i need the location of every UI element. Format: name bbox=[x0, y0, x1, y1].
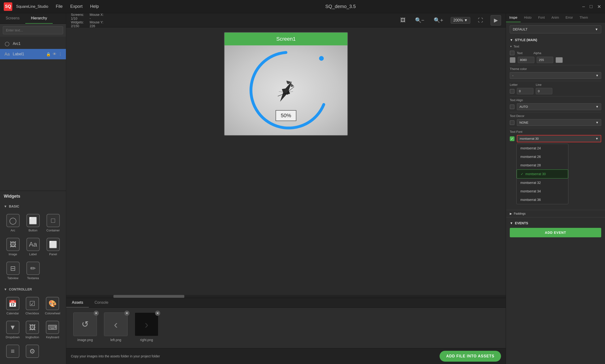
tab-screens[interactable]: Screens bbox=[0, 13, 25, 24]
widget-misc1[interactable]: ≡ bbox=[4, 343, 22, 361]
asset-close-right[interactable]: ✕ bbox=[155, 311, 160, 316]
theme-color-row: Theme color bbox=[510, 67, 601, 71]
tab-assets[interactable]: Assets bbox=[66, 298, 89, 308]
controller-group-header[interactable]: ▼ CONTROLLER bbox=[0, 286, 66, 293]
asset-close-left[interactable]: ✕ bbox=[124, 311, 129, 316]
tab-hierarchy[interactable]: Hierarchy bbox=[25, 13, 53, 24]
basic-triangle: ▼ bbox=[4, 205, 7, 208]
maximize-button[interactable]: □ bbox=[590, 4, 592, 10]
font-option-30-label: montserrat 30 bbox=[525, 172, 546, 176]
color-picker-swatch[interactable] bbox=[556, 57, 563, 63]
font-option-26[interactable]: montserrat 26 bbox=[517, 153, 568, 161]
font-option-24[interactable]: montserrat 24 bbox=[517, 144, 568, 153]
text-color-swatch[interactable] bbox=[510, 57, 515, 63]
style-dropdown[interactable]: DEFAULT ▼ bbox=[510, 25, 601, 33]
tab-font[interactable]: Font bbox=[535, 13, 548, 22]
more-icon[interactable]: ⋮ bbox=[58, 52, 62, 56]
screens-value: 1/10 bbox=[71, 16, 84, 20]
widget-imgbutton[interactable]: 🖼 Imgbutton bbox=[23, 319, 41, 341]
asset-item-left: ✕ ‹ left.png bbox=[104, 312, 128, 342]
widget-dropdown[interactable]: ▼ Dropdown bbox=[4, 319, 22, 341]
widget-tabview[interactable]: ⊟ Tabview bbox=[4, 260, 22, 282]
horizontal-scrollbar[interactable] bbox=[66, 295, 506, 298]
close-button[interactable]: ✕ bbox=[597, 4, 601, 10]
paddings-section[interactable]: ▶ Paddings bbox=[506, 210, 605, 217]
style-main-header[interactable]: ▼ STYLE (MAIN) bbox=[506, 36, 605, 44]
decor-dropdown[interactable]: NONE ▼ bbox=[517, 119, 601, 126]
menu-file[interactable]: File bbox=[56, 4, 63, 9]
tab-anim[interactable]: Anim bbox=[548, 13, 562, 22]
text-section-header[interactable]: ▼ Text bbox=[510, 44, 601, 49]
arc1-label: Arc1 bbox=[13, 42, 62, 46]
widget-arc[interactable]: ◯ Arc bbox=[4, 212, 22, 234]
screen-canvas[interactable]: 50% bbox=[224, 45, 348, 135]
zoom-in-button[interactable]: 🔍+ bbox=[432, 16, 445, 24]
font-option-28[interactable]: montserrat 28 bbox=[517, 161, 568, 169]
minimize-button[interactable]: – bbox=[582, 4, 585, 10]
widget-button[interactable]: ⬜ Button bbox=[24, 212, 42, 234]
menu-help[interactable]: Help bbox=[90, 4, 99, 9]
widget-image[interactable]: 🖼 Image bbox=[4, 236, 22, 258]
widget-textarea[interactable]: ✏ Textarea bbox=[24, 260, 42, 282]
font-option-32[interactable]: montserrat 32 bbox=[517, 179, 568, 187]
font-option-34[interactable]: montserrat 34 bbox=[517, 187, 568, 195]
add-file-button[interactable]: ADD FILE INTO ASSETS bbox=[439, 351, 501, 362]
fullscreen-button[interactable]: ⛶ bbox=[476, 16, 485, 24]
image-widget-label: Image bbox=[9, 252, 17, 256]
font-option-30[interactable]: ✓ montserrat 30 bbox=[517, 169, 568, 179]
zoom-out-button[interactable]: 🔍− bbox=[413, 16, 426, 24]
basic-group-header[interactable]: ▼ BASIC bbox=[0, 203, 66, 210]
widget-colorwheel[interactable]: 🎨 Colorwheel bbox=[43, 295, 62, 317]
search-input[interactable] bbox=[3, 26, 63, 34]
widget-panel[interactable]: ⬜ Panel bbox=[44, 236, 62, 258]
widget-keyboard[interactable]: ⌨ Keyboard bbox=[43, 319, 62, 341]
tab-history[interactable]: Histo bbox=[521, 13, 535, 22]
style-main-triangle: ▼ bbox=[510, 38, 513, 42]
widget-checkbox[interactable]: ☑ Checkbox bbox=[23, 295, 41, 317]
font-dropdown-button[interactable]: montserrat 30 ▼ bbox=[517, 135, 601, 142]
add-event-button[interactable]: ADD EVENT bbox=[510, 228, 601, 237]
align-dropdown[interactable]: AUTO ▼ bbox=[517, 103, 601, 110]
controller-label: CONTROLLER bbox=[9, 287, 32, 291]
tab-inspect[interactable]: Inspe bbox=[506, 13, 521, 22]
hierarchy-item-arc1[interactable]: ◯ Arc1 bbox=[0, 39, 66, 49]
text-checkbox[interactable] bbox=[510, 51, 515, 55]
font-value: montserrat 30 bbox=[520, 137, 539, 140]
eye-icon[interactable]: 👁 bbox=[53, 52, 56, 56]
text-font-label: Text Font bbox=[510, 130, 529, 133]
letter-line-values: 0 0 bbox=[510, 88, 601, 94]
text-value-input[interactable]: 8080 bbox=[518, 57, 534, 63]
tab-console[interactable]: Console bbox=[89, 298, 114, 308]
line-value-input[interactable]: 0 bbox=[536, 88, 552, 94]
font-checkbox[interactable]: ✓ bbox=[510, 136, 515, 141]
tab-them[interactable]: Them bbox=[576, 13, 591, 22]
theme-dropdown[interactable]: - ▼ bbox=[510, 72, 601, 79]
text-align-row: Text Align bbox=[510, 98, 601, 102]
asset-close-image[interactable]: ✕ bbox=[94, 311, 99, 316]
letter-value-input[interactable]: 0 bbox=[517, 88, 533, 94]
misc2-widget-icon: ⚙ bbox=[26, 345, 39, 358]
image-widget-icon: 🖼 bbox=[6, 238, 20, 251]
font-option-36[interactable]: montserrat 36 bbox=[517, 195, 568, 204]
hierarchy-item-label1[interactable]: Aa Label1 🔒 👁 ⋮ bbox=[0, 49, 66, 59]
scrollbar-thumb[interactable] bbox=[114, 295, 184, 298]
align-checkbox[interactable] bbox=[510, 104, 515, 109]
widget-label[interactable]: Aa Label bbox=[24, 236, 42, 258]
letter-checkbox[interactable] bbox=[510, 89, 515, 94]
menu-export[interactable]: Export bbox=[70, 4, 82, 9]
asset-thumb-right: › bbox=[135, 312, 158, 336]
image-icon-button[interactable]: 🖼 bbox=[399, 16, 407, 24]
widget-container[interactable]: □ Container bbox=[44, 212, 62, 234]
widget-calendar[interactable]: 📅 Calendar bbox=[4, 295, 22, 317]
alpha-value-input[interactable]: 255 bbox=[537, 57, 553, 63]
tab-error[interactable]: Error bbox=[562, 13, 576, 22]
theme-dropdown-icon: ▼ bbox=[595, 74, 599, 77]
zoom-value: 200% bbox=[453, 18, 463, 23]
decor-checkbox[interactable] bbox=[510, 120, 515, 125]
widget-misc2[interactable]: ⚙ bbox=[23, 343, 41, 361]
arc-widget-icon: ◯ bbox=[6, 214, 20, 227]
play-button[interactable]: ▶ bbox=[491, 15, 501, 26]
lock-icon[interactable]: 🔒 bbox=[46, 52, 51, 56]
zoom-control[interactable]: 200% ▼ bbox=[451, 17, 470, 24]
font-dropdown-arrow: ▼ bbox=[595, 137, 598, 140]
